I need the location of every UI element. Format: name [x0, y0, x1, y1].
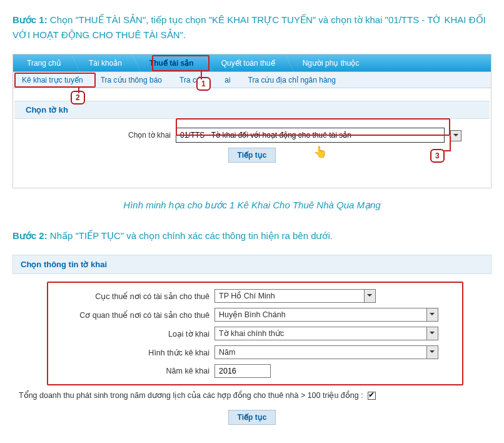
- row-tax-agency: Cơ quan thuế nơi có tài sản cho thuê Huy…: [49, 308, 458, 322]
- step2-instruction: Bước 2: Nhấp "TIẾP TỤC" và chọn chính xá…: [13, 228, 491, 243]
- val-declare-mode: Năm: [214, 345, 427, 359]
- row-tax-dept: Cục thuế nơi có tài sản cho thuê TP Hồ C…: [49, 289, 458, 303]
- screenshot-step1: Trang chủ Tài khoản Thuế tài sản Quyết t…: [13, 54, 491, 188]
- annotation-box-2: [14, 73, 96, 88]
- revenue-check-row: Tổng doanh thu phát sinh trong năm dương…: [13, 390, 491, 400]
- cursor-icon: 👆: [313, 145, 327, 159]
- lbl-tax-agency: Cơ quan thuế nơi có tài sản cho thuê: [49, 310, 214, 320]
- panel1-title: Chọn tờ kh: [14, 101, 490, 119]
- tab-settlement[interactable]: Quyết toán thuế: [208, 54, 289, 71]
- dropdown-icon[interactable]: [365, 289, 376, 303]
- row-form-type: Loại tờ khai Tờ khai chính thức: [49, 327, 458, 340]
- row-year: Năm kê khai: [49, 364, 458, 378]
- annotation-num-3: 3: [430, 149, 445, 163]
- row-declare-mode: Hình thức kê khai Năm: [49, 345, 458, 359]
- step2-label: Bước 2:: [13, 230, 48, 241]
- choose-form-dropdown-icon[interactable]: [450, 130, 461, 141]
- annotation-box-1: [152, 55, 209, 71]
- sel-tax-dept[interactable]: TP Hồ Chí Minh: [214, 289, 376, 303]
- continue-button-1[interactable]: Tiếp tục: [228, 148, 276, 163]
- annotation-box-3: [176, 118, 450, 136]
- continue-row1: Tiếp tục: [14, 148, 490, 163]
- tab-dependents[interactable]: Người phụ thuộc: [289, 54, 373, 71]
- sel-declare-mode[interactable]: Năm: [214, 345, 438, 359]
- lbl-year: Năm kê khai: [49, 367, 214, 375]
- caption-step1: Hình minh họa cho bước 1 Kê Khai Cho Thu…: [13, 200, 491, 211]
- annotation-line-2: [78, 87, 79, 93]
- sel-form-type[interactable]: Tờ khai chính thức: [214, 327, 438, 340]
- dropdown-icon[interactable]: [427, 345, 438, 359]
- dropdown-icon[interactable]: [427, 308, 438, 322]
- annotation-line-3: [443, 136, 451, 151]
- lbl-declare-mode: Hình thức kê khai: [49, 348, 214, 357]
- dropdown-icon[interactable]: [427, 327, 438, 340]
- annotation-num-1: 1: [196, 77, 211, 91]
- subtab-lookup-notice[interactable]: Tra cứu thông báo: [92, 72, 171, 88]
- lbl-form-type: Loại tờ khai: [49, 329, 214, 339]
- step1-label: Bước 1:: [13, 14, 48, 25]
- panel1-body: Chọn tờ kh Chọn tờ khai Tiếp tục: [13, 101, 491, 188]
- panel2-title: Chọn thông tin tờ khai: [13, 255, 491, 274]
- input-year[interactable]: [214, 364, 271, 378]
- form-box: Cục thuế nơi có tài sản cho thuê TP Hồ C…: [47, 282, 463, 385]
- tab-account[interactable]: Tài khoản: [75, 54, 136, 71]
- choose-form-label: Chọn tờ khai: [14, 131, 176, 140]
- annotation-line-1: [201, 71, 202, 79]
- sel-tax-agency[interactable]: Huyện Bình Chánh: [214, 308, 438, 322]
- tab-home[interactable]: Trang chủ: [13, 54, 75, 71]
- revenue-checkbox[interactable]: [368, 392, 376, 400]
- continue-button-2[interactable]: Tiếp tục: [228, 410, 276, 425]
- step1-instruction: Bước 1: Chọn "THUẾ TÀI SẢN", tiếp tục ch…: [13, 13, 491, 43]
- revenue-check-text: Tổng doanh thu phát sinh trong năm dương…: [19, 391, 363, 400]
- step2-text: Nhấp "TIẾP TỤC" và chọn chính xác các th…: [48, 230, 333, 241]
- main-tabs: Trang chủ Tài khoản Thuế tài sản Quyết t…: [13, 54, 491, 72]
- subtab-lookup-bank[interactable]: Tra cứu địa chỉ ngân hàng: [239, 72, 345, 88]
- val-form-type: Tờ khai chính thức: [214, 327, 427, 340]
- step1-text: Chọn "THUẾ TÀI SẢN", tiếp tục chọn "KÊ K…: [13, 14, 486, 40]
- val-tax-dept: TP Hồ Chí Minh: [214, 289, 365, 303]
- val-tax-agency: Huyện Bình Chánh: [214, 308, 427, 322]
- continue-row2: Tiếp tục: [13, 410, 491, 425]
- lbl-tax-dept: Cục thuế nơi có tài sản cho thuê: [49, 292, 214, 301]
